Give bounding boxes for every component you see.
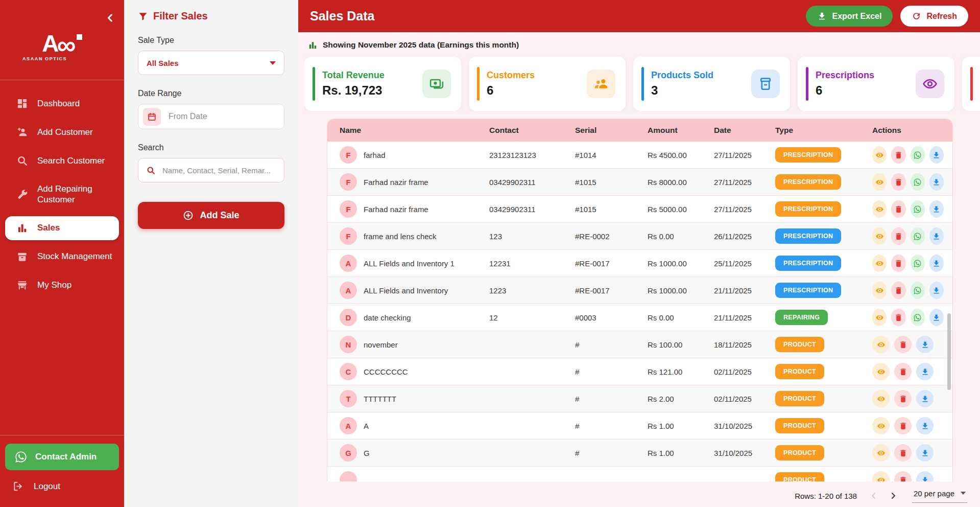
customer-name: Farhad nazir frame — [364, 205, 428, 214]
whatsapp-button[interactable] — [911, 200, 925, 218]
view-button[interactable] — [872, 363, 890, 380]
serial-cell: #RE-0017 — [575, 286, 648, 295]
from-date-field[interactable] — [138, 104, 284, 129]
whatsapp-button[interactable] — [911, 173, 925, 191]
view-button[interactable] — [872, 336, 890, 353]
accent-bar — [313, 67, 315, 101]
delete-button[interactable] — [891, 146, 905, 164]
avatar: N — [340, 336, 357, 353]
download-icon — [921, 476, 929, 482]
download-button[interactable] — [929, 173, 944, 191]
sidebar-item-stock-management[interactable]: Stock Management — [5, 245, 119, 269]
whatsapp-button[interactable] — [911, 282, 925, 299]
stat-label: Products Sold — [651, 70, 713, 81]
logout-button[interactable]: Logout — [0, 470, 124, 507]
stat-value: 6 — [487, 83, 535, 98]
view-button[interactable] — [872, 417, 890, 434]
download-button[interactable] — [929, 200, 944, 218]
next-page-button[interactable] — [886, 488, 901, 503]
whatsapp-icon — [913, 259, 922, 268]
amount-cell: Rs 1000.00 — [648, 286, 714, 295]
export-excel-button[interactable]: Export Excel — [806, 6, 893, 27]
download-button[interactable] — [916, 363, 934, 380]
refresh-button[interactable]: Refresh — [900, 6, 968, 27]
delete-button[interactable] — [891, 255, 905, 272]
column-header-date: Date — [714, 126, 775, 135]
delete-button[interactable] — [894, 390, 912, 407]
view-button[interactable] — [872, 282, 887, 299]
chevron-left-icon — [105, 12, 116, 24]
whatsapp-button[interactable] — [911, 255, 925, 272]
sale-type-label: Sale Type — [138, 36, 284, 45]
download-button[interactable] — [929, 146, 944, 164]
rows-count-text: Rows: 1-20 of 138 — [795, 492, 857, 500]
delete-button[interactable] — [891, 282, 905, 299]
view-button[interactable] — [872, 255, 887, 272]
previous-page-button[interactable] — [866, 488, 881, 503]
sidebar-item-sales[interactable]: Sales — [5, 216, 119, 240]
contact-admin-button[interactable]: Contact Admin — [5, 444, 119, 470]
view-button[interactable] — [872, 390, 890, 407]
delete-button[interactable] — [894, 336, 912, 353]
rows-per-page-select[interactable]: 20 per page — [912, 489, 967, 503]
delete-button[interactable] — [891, 173, 905, 191]
export-excel-label: Export Excel — [832, 12, 881, 21]
delete-button[interactable] — [894, 471, 912, 481]
delete-button[interactable] — [891, 227, 905, 245]
table-header-row: NameContactSerialAmountDateTypeActions — [327, 119, 952, 142]
whatsapp-button[interactable] — [911, 227, 925, 245]
download-icon — [932, 286, 941, 295]
avatar — [340, 471, 357, 481]
date-cell: 27/11/2025 — [714, 178, 775, 187]
download-icon — [817, 11, 827, 21]
view-button[interactable] — [872, 471, 890, 481]
download-button[interactable] — [929, 255, 944, 272]
download-button[interactable] — [916, 417, 934, 434]
stat-value: 3 — [651, 83, 713, 98]
delete-button[interactable] — [891, 200, 905, 218]
delete-button[interactable] — [894, 417, 912, 434]
delete-button[interactable] — [891, 309, 905, 326]
sale-type-select[interactable]: All Sales — [138, 51, 284, 75]
view-button[interactable] — [872, 227, 887, 245]
table-row: GG#Rs 1.0031/10/2025PRODUCT — [327, 440, 952, 467]
view-button[interactable] — [872, 146, 887, 164]
customer-name: TTTTTTT — [364, 395, 396, 403]
download-button[interactable] — [916, 390, 934, 407]
sidebar-item-label: Stock Management — [37, 251, 112, 262]
sidebar-item-my-shop[interactable]: My Shop — [5, 273, 119, 297]
download-button[interactable] — [916, 444, 934, 462]
customer-name: farhad — [364, 151, 386, 159]
table-row: FFarhad nazir frame03429902311#1015Rs 80… — [327, 169, 952, 196]
sidebar-item-dashboard[interactable]: Dashboard — [5, 91, 119, 116]
download-button[interactable] — [929, 282, 944, 299]
add-sale-button[interactable]: Add Sale — [138, 202, 284, 229]
shop-icon — [16, 280, 28, 291]
view-button[interactable] — [872, 309, 887, 326]
from-date-input[interactable] — [168, 111, 279, 122]
view-button[interactable] — [872, 173, 887, 191]
search-input[interactable] — [161, 166, 276, 175]
delete-button[interactable] — [894, 444, 912, 462]
search-icon — [146, 166, 156, 175]
view-button[interactable] — [872, 444, 890, 462]
download-button[interactable] — [929, 309, 944, 326]
download-button[interactable] — [929, 227, 944, 245]
table-scrollbar[interactable] — [947, 313, 951, 390]
sidebar-item-add-repairing-customer[interactable]: Add Repairing Customer — [5, 177, 119, 212]
contact-cell: 12 — [489, 313, 575, 322]
whatsapp-button[interactable] — [911, 146, 925, 164]
sidebar-item-search-customer[interactable]: Search Customer — [5, 149, 119, 173]
type-badge: PRODUCT — [775, 445, 824, 460]
sale-type-value: All Sales — [147, 59, 179, 67]
delete-button[interactable] — [894, 363, 912, 380]
download-button[interactable] — [916, 471, 934, 481]
view-button[interactable] — [872, 200, 887, 218]
whatsapp-button[interactable] — [911, 309, 925, 326]
search-field[interactable] — [138, 158, 284, 182]
sidebar-item-add-customer[interactable]: Add Customer — [5, 120, 119, 144]
download-button[interactable] — [916, 336, 934, 353]
collapse-sidebar-button[interactable] — [103, 10, 118, 26]
delete-icon — [894, 232, 903, 241]
logout-label: Logout — [34, 481, 60, 492]
